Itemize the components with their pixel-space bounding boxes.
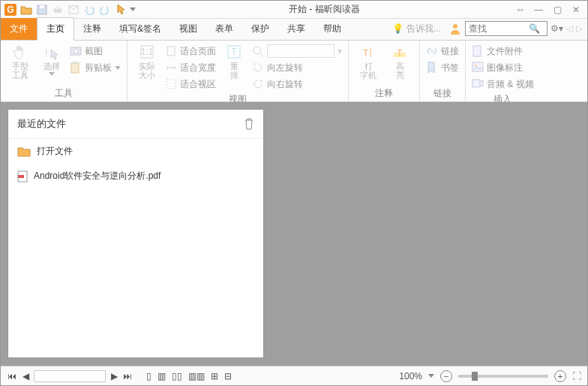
svg-text:G: G: [7, 5, 14, 15]
tab-view[interactable]: 视图: [170, 18, 206, 40]
folder-icon: [17, 146, 31, 157]
svg-rect-5: [56, 6, 60, 9]
image-annotation-button[interactable]: 图像标注: [472, 60, 534, 75]
nav-prev-icon[interactable]: ◁: [566, 23, 573, 34]
next-page-button[interactable]: ▶: [109, 371, 119, 381]
continuous-facing-icon[interactable]: ▥▥: [188, 371, 205, 381]
redo-icon[interactable]: [98, 3, 112, 17]
svg-rect-15: [167, 47, 175, 56]
prev-page-button[interactable]: ◀: [20, 371, 31, 381]
cursor-icon[interactable]: [114, 3, 128, 17]
svg-rect-11: [71, 63, 79, 73]
audio-video-button[interactable]: 音频 & 视频: [472, 77, 534, 92]
svg-text:1:1: 1:1: [141, 47, 154, 57]
minimize-icon[interactable]: ―: [534, 5, 543, 15]
zoom-dropdown-icon[interactable]: [428, 374, 434, 378]
tab-form[interactable]: 表单: [206, 18, 242, 40]
link-button[interactable]: 链接: [426, 44, 459, 59]
panel-title: 最近的文件: [17, 117, 66, 131]
save-icon[interactable]: [35, 3, 49, 17]
fit-page-button[interactable]: 适合页面: [165, 44, 216, 59]
group-label-annot: 注释: [355, 86, 413, 100]
group-label-link: 链接: [426, 86, 459, 100]
chevron-down-icon: [115, 66, 121, 70]
fit-visible-button[interactable]: 适合视区: [165, 77, 216, 92]
user-icon[interactable]: [448, 22, 462, 35]
recent-file-item[interactable]: Android软件安全与逆向分析.pdf: [8, 164, 263, 188]
zoom-in-button[interactable]: +: [554, 370, 566, 382]
group-label-tools: 工具: [7, 86, 121, 100]
svg-point-25: [475, 65, 477, 67]
tab-home[interactable]: 主页: [37, 17, 74, 41]
maximize-icon[interactable]: ▢: [554, 5, 562, 15]
svg-rect-12: [73, 62, 77, 64]
qat-dropdown-icon[interactable]: [130, 8, 136, 11]
tab-fill-sign[interactable]: 填写&签名: [110, 18, 170, 40]
last-page-button[interactable]: ⏭: [122, 371, 133, 381]
window-title: 开始 - 福昕阅读器: [139, 3, 509, 16]
tab-file[interactable]: 文件: [1, 18, 37, 40]
select-button[interactable]: I选择: [38, 44, 65, 76]
svg-rect-3: [40, 5, 44, 8]
bookmark-button[interactable]: 书签: [426, 60, 459, 75]
single-page-icon[interactable]: ▯: [146, 371, 152, 381]
svg-rect-26: [472, 80, 480, 87]
open-file-button[interactable]: 打开文件: [8, 139, 263, 164]
typewriter-button[interactable]: T打字机: [355, 44, 382, 80]
svg-point-7: [453, 24, 458, 29]
fit-width-button[interactable]: 适合宽度: [165, 60, 216, 75]
nav-next-icon[interactable]: ▷: [576, 23, 583, 34]
view-mode2-icon[interactable]: ⊟: [224, 371, 232, 381]
snapshot-button[interactable]: 截图: [70, 44, 121, 59]
open-icon[interactable]: [20, 3, 33, 17]
actual-size-button[interactable]: 1:1实际大小: [134, 44, 160, 80]
svg-rect-23: [473, 46, 481, 56]
zoom-level-input[interactable]: [267, 44, 334, 58]
ribbon-collapse-icon[interactable]: ▫▫: [517, 5, 524, 15]
continuous-icon[interactable]: ▥: [158, 371, 166, 381]
undo-icon[interactable]: [82, 3, 96, 17]
highlight-button[interactable]: T高亮: [386, 44, 413, 80]
zoom-slider-knob[interactable]: [472, 372, 478, 381]
search-input[interactable]: [469, 23, 529, 34]
email-icon[interactable]: [67, 3, 80, 17]
close-icon[interactable]: ✕: [572, 5, 580, 15]
fullscreen-icon[interactable]: ⛶: [572, 371, 581, 381]
svg-text:I: I: [45, 47, 47, 58]
svg-text:T: T: [397, 48, 403, 59]
tab-help[interactable]: 帮助: [314, 18, 350, 40]
view-mode-icon[interactable]: ⊞: [211, 371, 218, 381]
page-number-input[interactable]: [34, 370, 106, 382]
search-icon[interactable]: 🔍: [529, 23, 540, 34]
pdf-file-icon: [17, 170, 28, 182]
tab-protect[interactable]: 保护: [242, 18, 278, 40]
svg-point-19: [254, 47, 261, 54]
rotate-left-button[interactable]: 向左旋转: [252, 60, 342, 75]
gear-icon[interactable]: ⚙▾: [550, 23, 563, 34]
recent-files-panel: 最近的文件 打开文件 Android软件安全与逆向分析.pdf: [8, 110, 263, 357]
svg-text:T: T: [231, 47, 237, 57]
hand-tool-button[interactable]: 手型工具: [7, 44, 34, 80]
svg-rect-16: [166, 80, 176, 89]
zoom-value: 100%: [399, 371, 422, 381]
app-icon: G: [4, 3, 17, 17]
trash-icon[interactable]: [244, 118, 254, 130]
svg-rect-24: [472, 62, 483, 71]
first-page-button[interactable]: ⏮: [7, 371, 17, 381]
tab-comment[interactable]: 注释: [74, 18, 110, 40]
zoom-slider[interactable]: [458, 375, 548, 378]
reflow-button[interactable]: T重排: [220, 44, 248, 80]
zoom-out-button[interactable]: ▾: [252, 44, 342, 59]
file-attachment-button[interactable]: 文件附件: [472, 44, 534, 59]
document-area: 最近的文件 打开文件 Android软件安全与逆向分析.pdf: [1, 102, 587, 366]
zoom-out-button[interactable]: −: [440, 370, 452, 382]
rotate-right-button[interactable]: 向右旋转: [252, 77, 342, 92]
tellme-input[interactable]: 告诉我...: [406, 23, 441, 35]
tab-share[interactable]: 共享: [278, 18, 314, 40]
search-box[interactable]: 🔍: [465, 21, 548, 36]
clipboard-button[interactable]: 剪贴板: [70, 60, 121, 75]
bulb-icon: 💡: [392, 23, 404, 34]
facing-icon[interactable]: ▯▯: [172, 371, 182, 381]
print-icon[interactable]: [51, 3, 64, 17]
svg-text:T: T: [363, 48, 369, 59]
